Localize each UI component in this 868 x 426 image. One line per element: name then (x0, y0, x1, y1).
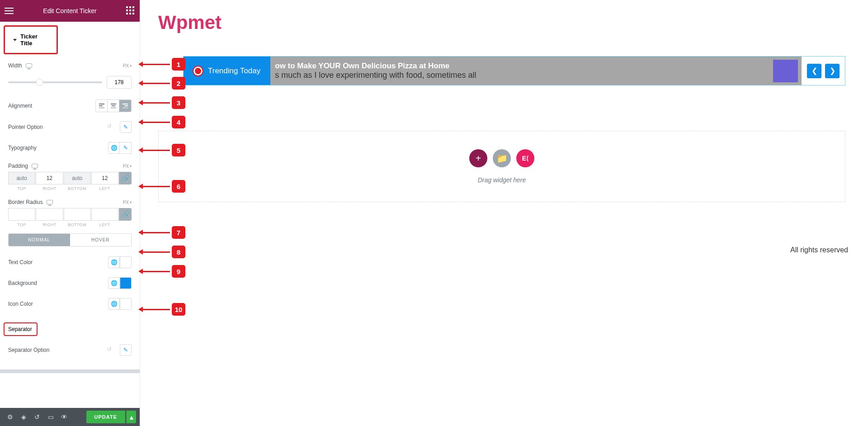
globe-icon[interactable]: 🌐 (108, 277, 120, 289)
preview-area: Wpmet Trending Today ow to Make YOUR Own… (140, 0, 868, 426)
radius-bottom-input[interactable] (64, 208, 91, 221)
padding-unit[interactable]: PX▾ (123, 164, 132, 169)
navigator-icon[interactable]: ◈ (17, 411, 30, 423)
pointer-control: Pointer Option ↺ ✎ (0, 117, 140, 137)
reset-icon[interactable]: ↺ (107, 346, 115, 354)
icon-color-control: Icon Color 🌐 (0, 293, 140, 314)
background-swatch[interactable] (120, 277, 132, 289)
typography-control: Typography 🌐 ✎ (0, 137, 140, 158)
content-ticker[interactable]: Trending Today ow to Make YOUR Own Delic… (183, 56, 845, 85)
globe-icon[interactable]: 🌐 (108, 298, 120, 310)
responsive-icon[interactable] (47, 200, 53, 204)
ticker-next-button[interactable]: ❯ (825, 64, 840, 78)
ticker-dot-icon (193, 66, 203, 76)
align-left-button[interactable] (96, 100, 108, 112)
typography-label: Typography (8, 145, 37, 151)
section-separator[interactable]: Separator (4, 322, 38, 336)
preview-icon[interactable]: 👁 (58, 411, 71, 423)
icon-color-swatch[interactable] (120, 298, 132, 310)
align-right-button[interactable] (119, 100, 131, 112)
border-radius-control: Border Radius PX▾ (0, 191, 140, 206)
editor-sidebar: Edit Content Ticker Ticker Title Width P… (0, 0, 140, 426)
callout-7: 7 (142, 226, 185, 239)
text-color-label: Text Color (8, 259, 33, 265)
globe-icon[interactable]: 🌐 (108, 142, 120, 154)
pointer-label: Pointer Option (8, 124, 43, 130)
dropzone-text: Drag widget here (177, 176, 827, 184)
dropzone-buttons: + 📁 E⟨ (177, 149, 827, 167)
padding-control: Padding PX▾ (0, 158, 140, 170)
ticker-prev-button[interactable]: ❮ (807, 64, 821, 78)
padding-top-input[interactable] (8, 172, 35, 185)
align-center-button[interactable] (108, 100, 119, 112)
controls-panel: Ticker Title Width PX▾ Alignment Pointer… (0, 22, 140, 408)
state-tabs: NORMAL HOVER (8, 233, 132, 246)
separator-option-control: Separator Option ↺ ✎ (0, 340, 140, 360)
responsive-mode-icon[interactable]: ▭ (44, 411, 57, 423)
callout-6: 6 (142, 180, 185, 193)
footer-rights: All rights reserved (790, 246, 848, 254)
separator-option-label: Separator Option (8, 347, 49, 353)
width-slider[interactable] (8, 81, 102, 83)
border-radius-label: Border Radius (8, 199, 43, 205)
link-radius-button[interactable]: 🔗 (119, 208, 132, 221)
settings-icon[interactable]: ⚙ (4, 411, 16, 423)
callout-4: 4 (142, 116, 185, 128)
typography-edit-button[interactable]: ✎ (120, 142, 132, 154)
radius-top-input[interactable] (8, 208, 35, 221)
add-section-button[interactable]: + (469, 149, 487, 167)
border-radius-unit[interactable]: PX▾ (123, 200, 132, 205)
add-template-button[interactable]: 📁 (493, 149, 511, 167)
width-label: Width (8, 62, 22, 69)
width-input[interactable] (107, 76, 132, 89)
callout-3: 3 (142, 96, 185, 109)
text-color-control: Text Color 🌐 (0, 246, 140, 273)
callout-5: 5 (142, 144, 185, 156)
reset-icon[interactable]: ↺ (107, 123, 115, 131)
padding-right-input[interactable] (36, 172, 63, 185)
globe-icon[interactable]: 🌐 (108, 256, 120, 268)
ticker-headline: ow to Make YOUR Own Delicious Pizza at H… (275, 62, 476, 71)
callout-10: 10 (142, 303, 185, 316)
link-values-button[interactable]: 🔗 (119, 172, 132, 185)
update-button[interactable]: UPDATE (86, 411, 125, 423)
responsive-icon[interactable] (26, 63, 32, 68)
history-icon[interactable]: ↺ (31, 411, 43, 423)
width-slider-row (0, 73, 140, 95)
update-options-button[interactable]: ▴ (126, 411, 136, 423)
alignment-control: Alignment (0, 95, 140, 117)
ticker-body: ow to Make YOUR Own Delicious Pizza at H… (270, 57, 802, 85)
width-unit[interactable]: PX▾ (123, 63, 132, 68)
radius-left-input[interactable] (91, 208, 118, 221)
ticker-item: ow to Make YOUR Own Delicious Pizza at H… (270, 60, 481, 82)
ticker-thumbnail (773, 60, 798, 82)
section-label: Ticker Title (20, 33, 48, 47)
callout-2: 2 (142, 77, 185, 90)
elementskit-button[interactable]: E⟨ (516, 149, 534, 167)
ticker-nav: ❮ ❯ (802, 57, 845, 85)
tab-hover[interactable]: HOVER (70, 234, 132, 246)
section-ticker-title[interactable]: Ticker Title (4, 25, 58, 54)
pointer-edit-button[interactable]: ✎ (120, 121, 132, 133)
panel-title: Edit Content Ticker (43, 7, 96, 14)
widget-dropzone[interactable]: + 📁 E⟨ Drag widget here (158, 131, 845, 202)
background-control: Background 🌐 (0, 273, 140, 293)
padding-inputs: TOP RIGHT BOTTOM LEFT 🔗 (0, 170, 140, 191)
sidebar-header: Edit Content Ticker (0, 0, 140, 22)
menu-icon[interactable] (5, 8, 14, 14)
separator-edit-button[interactable]: ✎ (120, 344, 132, 356)
text-color-swatch[interactable] (120, 256, 132, 268)
padding-bottom-input[interactable] (64, 172, 91, 185)
responsive-icon[interactable] (32, 164, 38, 168)
callout-1: 1 (142, 58, 185, 71)
icon-color-label: Icon Color (8, 301, 33, 307)
tab-normal[interactable]: NORMAL (9, 234, 70, 246)
padding-left-input[interactable] (91, 172, 118, 185)
slider-thumb[interactable] (36, 79, 43, 86)
background-label: Background (8, 280, 37, 286)
alignment-label: Alignment (8, 103, 32, 109)
apps-icon[interactable] (126, 6, 135, 15)
radius-right-input[interactable] (36, 208, 63, 221)
padding-label: Padding (8, 163, 28, 169)
scrollbar-placeholder (0, 369, 140, 373)
